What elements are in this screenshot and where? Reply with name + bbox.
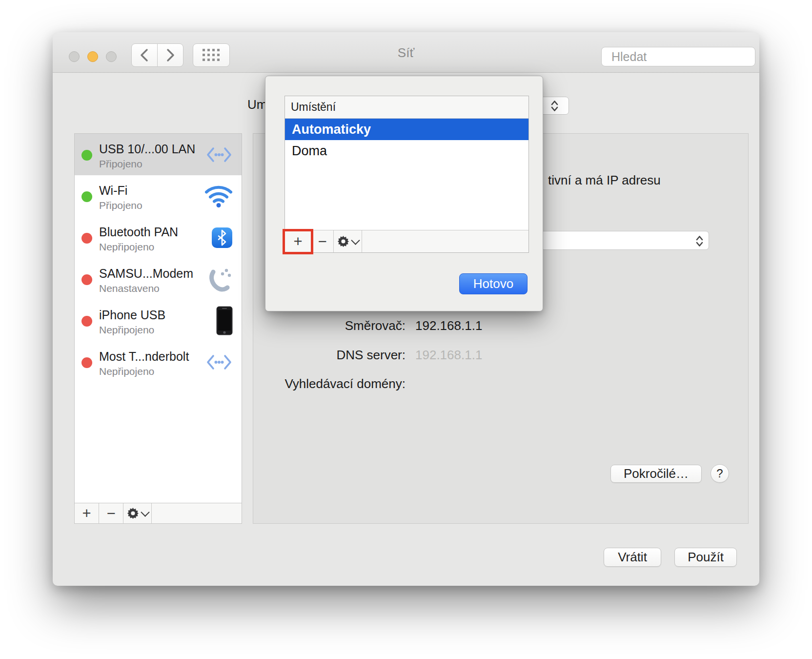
thunderbolt-bridge-icon <box>205 353 233 371</box>
configure-ipv4-popup[interactable] <box>537 231 709 250</box>
minus-icon: − <box>106 506 115 521</box>
services-list: USB 10/...00 LAN Připojeno Wi-Fi Připoje… <box>75 134 242 503</box>
status-text-fragment: tivní a má IP adresu <box>548 173 661 188</box>
title-bar: Síť <box>53 32 759 73</box>
done-button[interactable]: Hotovo <box>459 273 528 294</box>
wifi-icon <box>204 185 233 207</box>
location-popover: Umístění Automaticky Doma + − Hotovo <box>265 76 543 311</box>
remove-location-button[interactable]: − <box>311 230 334 252</box>
advanced-button[interactable]: Pokročilé… <box>610 465 702 483</box>
location-actions-button[interactable] <box>334 230 362 252</box>
router-label: Směrovač: <box>253 318 406 333</box>
gear-icon <box>337 235 349 247</box>
service-actions-button[interactable] <box>123 503 152 523</box>
router-value: 192.168.1.1 <box>415 318 482 333</box>
revert-button[interactable]: Vrátit <box>604 548 661 567</box>
service-status: Připojeno <box>99 200 142 211</box>
search-input[interactable] <box>610 49 770 64</box>
dns-value: 192.168.1.1 <box>415 348 482 363</box>
status-dot <box>81 150 92 161</box>
service-status: Nepřipojeno <box>99 366 154 377</box>
stepper-icon <box>550 100 559 112</box>
status-dot <box>81 274 92 285</box>
service-name: iPhone USB <box>99 308 165 322</box>
gear-icon <box>127 507 139 519</box>
chevron-down-icon <box>351 236 360 245</box>
service-row-usb-lan[interactable]: USB 10/...00 LAN Připojeno <box>75 134 242 175</box>
status-dot <box>81 316 92 327</box>
location-list-empty-area <box>285 162 528 230</box>
location-item-automatic[interactable]: Automaticky <box>285 119 528 140</box>
location-item-doma[interactable]: Doma <box>285 140 528 162</box>
service-status: Připojeno <box>99 158 142 170</box>
search-domains-label: Vyhledávací domény: <box>253 376 406 391</box>
status-dot <box>81 233 92 244</box>
status-dot <box>81 357 92 368</box>
network-preferences-window: Síť Um USB 10/...00 LAN Připojeno <box>53 32 759 586</box>
service-row-wifi[interactable]: Wi-Fi Připojeno <box>75 175 242 217</box>
service-row-samsung-modem[interactable]: SAMSU...Modem Nenastaveno <box>75 258 242 300</box>
sidebar-toolbar: + − <box>75 503 242 523</box>
location-label-fragment: Um <box>247 97 267 112</box>
ethernet-icon <box>205 146 233 164</box>
location-list-header: Umístění <box>285 96 528 119</box>
router-row: Směrovač: 192.168.1.1 <box>253 318 748 333</box>
location-toolbar: + − <box>285 230 528 252</box>
service-name: Wi-Fi <box>99 184 127 198</box>
modem-icon <box>207 267 233 292</box>
location-toolbar-spacer <box>362 230 528 252</box>
search-domains-row: Vyhledávací domény: <box>253 376 748 391</box>
plus-icon: + <box>293 234 302 249</box>
service-name: Most T...nderbolt <box>99 350 189 364</box>
dns-row: DNS server: 192.168.1.1 <box>253 348 748 363</box>
sidebar-toolbar-spacer <box>152 503 242 523</box>
location-list: Umístění Automaticky Doma + − <box>284 96 529 253</box>
service-status: Nenastaveno <box>99 283 160 294</box>
service-row-bluetooth-pan[interactable]: Bluetooth PAN Nepřipojeno <box>75 217 242 258</box>
add-location-button[interactable]: + <box>285 230 311 252</box>
iphone-icon <box>216 306 233 335</box>
search-field[interactable] <box>601 47 755 66</box>
services-sidebar: USB 10/...00 LAN Připojeno Wi-Fi Připoje… <box>74 133 242 524</box>
help-button[interactable]: ? <box>710 464 729 483</box>
remove-service-button[interactable]: − <box>99 503 123 523</box>
service-name: USB 10/...00 LAN <box>99 142 195 156</box>
apply-button[interactable]: Použít <box>674 548 737 567</box>
status-dot <box>81 191 92 202</box>
service-status: Nepřipojeno <box>99 324 154 336</box>
service-name: Bluetooth PAN <box>99 225 178 239</box>
service-name: SAMSU...Modem <box>99 267 193 281</box>
plus-icon: + <box>82 506 91 521</box>
stepper-icon <box>695 235 704 247</box>
add-service-button[interactable]: + <box>75 503 99 523</box>
dns-label: DNS server: <box>253 348 406 363</box>
location-popup-stepper[interactable] <box>540 97 569 115</box>
service-row-iphone-usb[interactable]: iPhone USB Nepřipojeno <box>75 300 242 341</box>
minus-icon: − <box>318 234 326 249</box>
chevron-down-icon <box>141 508 149 516</box>
service-status: Nepřipojeno <box>99 241 154 253</box>
service-row-thunderbolt-bridge[interactable]: Most T...nderbolt Nepřipojeno <box>75 341 242 383</box>
bluetooth-icon <box>211 227 233 248</box>
